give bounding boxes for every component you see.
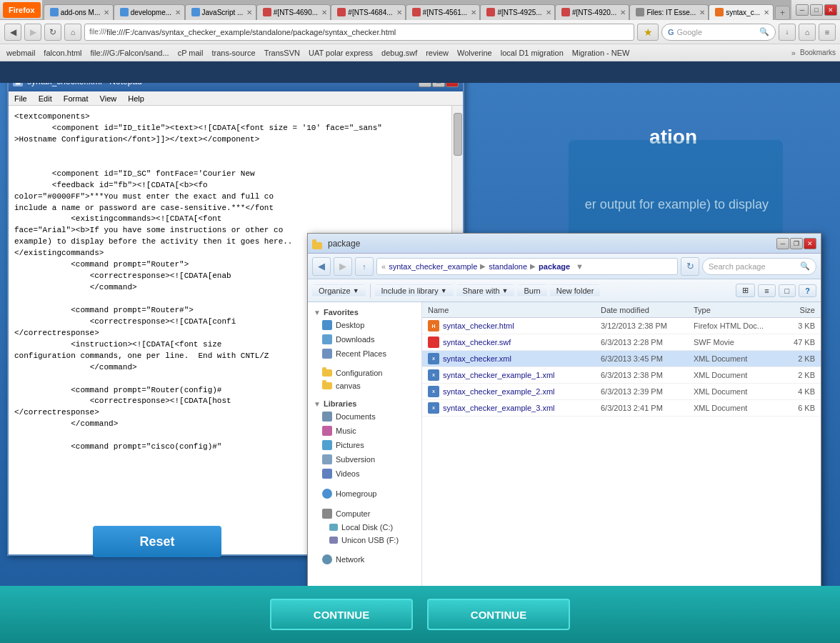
reload-button[interactable]: ↻ (44, 24, 61, 41)
bookmark-wolverine[interactable]: Wolverine (455, 48, 494, 58)
address-standalone[interactable]: standalone (489, 262, 527, 271)
explorer-restore[interactable]: ❐ (790, 238, 803, 249)
home-button[interactable]: ⌂ (64, 24, 81, 41)
menu-edit[interactable]: Edit (36, 94, 55, 104)
share-with-button[interactable]: Share with ▼ (456, 284, 515, 297)
burn-button[interactable]: Burn (517, 284, 546, 297)
bookmark-webmail[interactable]: webmail (4, 48, 37, 58)
tab-syntax[interactable]: syntax_c...✕ (709, 4, 774, 20)
bookmark-uat[interactable]: UAT polar express (306, 48, 375, 58)
explorer-refresh[interactable]: ↻ (681, 257, 699, 276)
sidebar-item-computer[interactable]: Computer (308, 507, 421, 521)
downloads-button[interactable]: ↓ (779, 24, 796, 41)
forward-button[interactable]: ▶ (24, 24, 41, 41)
col-type-header[interactable]: Type (694, 306, 772, 314)
bookmark-migration[interactable]: Migration - NEW (570, 48, 632, 58)
notepad-minimize[interactable]: ─ (419, 83, 431, 87)
bookmark-debug[interactable]: debug.swf (379, 48, 419, 58)
view-details-button[interactable]: ≡ (758, 284, 775, 297)
sidebar-item-pictures[interactable]: Pictures (308, 438, 421, 452)
search-bar[interactable]: G Google 🔍 (661, 24, 776, 41)
file-row-5[interactable]: X syntax_checker_example_3.xml 6/3/2013 … (422, 400, 821, 417)
address-syntax-example[interactable]: syntax_checker_example (389, 262, 477, 271)
notepad-close[interactable]: ✕ (446, 83, 459, 87)
explorer-back[interactable]: ◀ (312, 257, 331, 276)
sidebar-item-music[interactable]: Music (308, 424, 421, 438)
menu-button[interactable]: ≡ (819, 24, 836, 41)
view-button[interactable]: ⊞ (736, 284, 755, 297)
explorer-minimize[interactable]: ─ (776, 238, 789, 249)
browser-minimize[interactable]: ─ (796, 4, 809, 16)
notepad-maximize[interactable]: □ (432, 83, 445, 87)
explorer-address[interactable]: « syntax_checker_example ▶ standalone ▶ … (376, 258, 678, 275)
browser-maximize[interactable]: □ (810, 4, 823, 16)
file-row-3[interactable]: X syntax_checker_example_1.xml 6/3/2013 … (422, 367, 821, 384)
sidebar-item-usbf[interactable]: Unicon USB (F:) (308, 534, 421, 547)
sidebar-item-desktop[interactable]: Desktop (308, 318, 421, 332)
explorer-forward[interactable]: ▶ (334, 257, 352, 276)
menu-help[interactable]: Help (125, 94, 147, 104)
explorer-up[interactable]: ↑ (355, 257, 374, 276)
continue-button-1[interactable]: CONTINUE (270, 599, 413, 630)
reset-button[interactable]: Reset (93, 526, 221, 557)
new-tab-button[interactable]: + (775, 6, 790, 20)
col-size-header[interactable]: Size (772, 306, 815, 314)
sidebar-item-localc[interactable]: Local Disk (C:) (308, 521, 421, 534)
menu-view[interactable]: View (97, 94, 120, 104)
file-row-4[interactable]: X syntax_checker_example_2.xml 6/3/2013 … (422, 384, 821, 400)
bookmark-star[interactable]: ★ (637, 24, 659, 41)
bookmarks-label[interactable]: Bookmarks (800, 49, 836, 56)
tab-nts4925[interactable]: #[NTS-4925...✕ (480, 4, 555, 20)
tab-nts4690[interactable]: #[NTS-4690...✕ (256, 4, 331, 20)
bookmark-review[interactable]: review (424, 48, 451, 58)
homegroup-icon (322, 489, 332, 499)
bookmarks-overflow[interactable]: » (791, 49, 796, 57)
bookmark-locald1[interactable]: local D1 migration (499, 48, 566, 58)
home-icon[interactable]: ⌂ (799, 24, 816, 41)
bookmark-filesand[interactable]: file:///G:/Falcon/sand... (89, 48, 171, 58)
continue-button-2[interactable]: CONTINUE (427, 599, 570, 630)
tab-nts4561[interactable]: #[NTS-4561...✕ (406, 4, 481, 20)
favorites-header: ▼ Favorites (308, 306, 421, 318)
back-button[interactable]: ◀ (4, 24, 21, 41)
preview-button[interactable]: □ (779, 284, 796, 297)
organize-button[interactable]: Organize ▼ (312, 284, 366, 297)
sidebar-item-homegroup[interactable]: Homegroup (308, 487, 421, 501)
help-toolbar-button[interactable]: ? (799, 284, 816, 297)
menu-file[interactable]: File (11, 94, 30, 104)
sidebar-item-documents[interactable]: Documents (308, 409, 421, 424)
firefox-logo[interactable]: Firefox (3, 2, 41, 18)
tab-files[interactable]: Files: IT Esse...✕ (629, 4, 709, 20)
tab-javascript[interactable]: JavaScript ...✕ (185, 4, 256, 20)
sidebar-item-configuration[interactable]: Configuration (308, 367, 421, 379)
sidebar-item-canvas[interactable]: canvas (308, 379, 421, 392)
tab-nts4920[interactable]: #[NTS-4920...✕ (555, 4, 630, 20)
sidebar-item-subversion[interactable]: Subversion (308, 452, 421, 467)
address-bar[interactable]: file:///file:///F:/canvas/syntax_checker… (84, 24, 634, 41)
file-row-2[interactable]: X syntax_checker.xml 6/3/2013 3:45 PM XM… (422, 351, 821, 367)
sidebar-item-recent[interactable]: Recent Places (308, 347, 421, 361)
scroll-thumb[interactable] (454, 113, 462, 156)
tab-addons[interactable]: add-ons M...✕ (44, 4, 114, 20)
file-row-0[interactable]: H syntax_checker.html 3/12/2013 2:38 PM … (422, 318, 821, 334)
address-package[interactable]: package (539, 262, 570, 271)
col-name-header[interactable]: Name (428, 306, 601, 314)
bookmark-falcon[interactable]: falcon.html (41, 48, 84, 58)
file-row-1[interactable]: syntax_checker.swf 6/3/2013 2:28 PM SWF … (422, 334, 821, 351)
explorer-close[interactable]: ✕ (804, 238, 816, 249)
sidebar-item-videos[interactable]: Videos (308, 467, 421, 481)
sidebar-item-network[interactable]: Network (308, 552, 421, 567)
bookmark-transsvn[interactable]: TransSVN (262, 48, 302, 58)
col-date-header[interactable]: Date modified (601, 306, 694, 314)
browser-close[interactable]: ✕ (824, 4, 837, 16)
tab-nts4684[interactable]: #[NTS-4684...✕ (331, 4, 406, 20)
new-folder-button[interactable]: New folder (550, 284, 601, 297)
menu-format[interactable]: Format (61, 94, 91, 104)
file-name-3: syntax_checker_example_1.xml (443, 371, 601, 379)
bookmark-transsource[interactable]: trans-source (210, 48, 258, 58)
sidebar-item-downloads[interactable]: Downloads (308, 332, 421, 347)
include-library-button[interactable]: Include in library ▼ (375, 284, 454, 297)
tab-developme[interactable]: developme...✕ (114, 4, 185, 20)
explorer-search[interactable]: Search package 🔍 (702, 258, 816, 275)
bookmark-cpmail[interactable]: cP mail (176, 48, 206, 58)
